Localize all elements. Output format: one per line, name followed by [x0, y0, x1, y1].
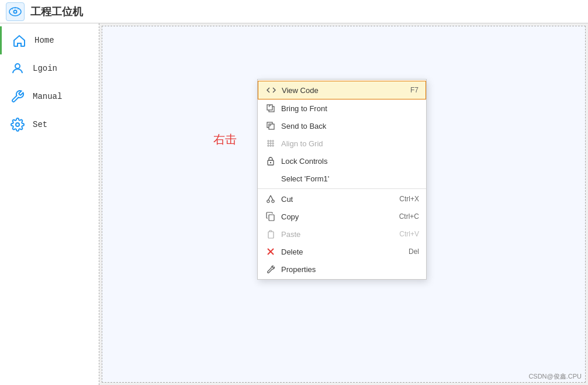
lock-controls-label: Lock Controls: [281, 157, 414, 166]
menu-item-cut[interactable]: Cut Ctrl+X: [258, 190, 426, 208]
svg-point-21: [272, 200, 274, 202]
properties-label: Properties: [281, 265, 414, 274]
content-area: 右击 View Code F7: [102, 26, 586, 383]
copy-icon: [265, 211, 276, 222]
menu-item-align-to-grid: Align to Grid: [258, 135, 426, 152]
home-icon: [11, 32, 27, 49]
sidebar-item-set[interactable]: Set: [0, 111, 99, 139]
svg-point-2: [15, 11, 16, 12]
top-bar: 工程工位机: [0, 0, 588, 23]
menu-item-properties[interactable]: Properties: [258, 260, 426, 278]
send-back-icon: [265, 120, 276, 132]
app-title: 工程工位机: [30, 5, 83, 19]
sidebar-label-login: Lgoin: [33, 64, 57, 73]
gear-icon: [9, 116, 26, 133]
right-click-label: 右击: [213, 132, 237, 147]
menu-item-view-code[interactable]: View Code F7: [258, 81, 426, 99]
sidebar-item-home[interactable]: Home: [0, 26, 99, 54]
sidebar: Home Lgoin Manual: [0, 23, 99, 385]
cut-icon: [265, 193, 276, 205]
sidebar-label-manual: Manual: [33, 92, 62, 101]
properties-icon: [265, 263, 276, 275]
svg-point-6: [15, 64, 20, 68]
code-icon: [265, 84, 277, 96]
bring-to-front-label: Bring to Front: [281, 104, 414, 113]
menu-item-copy[interactable]: Copy Ctrl+C: [258, 208, 426, 225]
select-form-icon: [265, 173, 276, 184]
delete-label: Delete: [281, 248, 404, 256]
svg-rect-11: [269, 124, 274, 129]
bring-front-icon: [265, 102, 276, 114]
svg-point-19: [270, 162, 271, 163]
cut-label: Cut: [281, 195, 395, 204]
copy-label: Copy: [281, 212, 395, 221]
send-to-back-label: Send to Back: [281, 122, 414, 130]
main-layout: Home Lgoin Manual: [0, 23, 588, 385]
view-code-shortcut: F7: [410, 86, 418, 94]
sidebar-label-home: Home: [34, 36, 54, 45]
align-to-grid-label: Align to Grid: [281, 139, 414, 148]
sidebar-label-set: Set: [33, 120, 47, 129]
paste-label: Paste: [281, 230, 395, 239]
paste-shortcut: Ctrl+V: [399, 230, 419, 238]
paste-icon: [265, 228, 276, 240]
cut-shortcut: Ctrl+X: [399, 195, 419, 203]
delete-icon: [265, 246, 276, 257]
menu-item-send-to-back[interactable]: Send to Back: [258, 117, 426, 135]
menu-item-delete[interactable]: Delete Del: [258, 243, 426, 260]
context-menu: View Code F7 Bring to Front: [257, 79, 427, 280]
view-code-label: View Code: [282, 86, 406, 95]
menu-separator-1: [258, 188, 426, 189]
align-icon: [265, 138, 276, 149]
sidebar-item-manual[interactable]: Manual: [0, 82, 99, 111]
app-icon: [6, 2, 25, 21]
menu-item-select-form1[interactable]: Select 'Form1': [258, 170, 426, 187]
menu-item-paste: Paste Ctrl+V: [258, 225, 426, 243]
svg-point-7: [16, 123, 19, 126]
sidebar-item-login[interactable]: Lgoin: [0, 54, 99, 82]
copy-shortcut: Ctrl+C: [399, 212, 419, 221]
wrench-icon: [9, 88, 26, 105]
menu-item-bring-to-front[interactable]: Bring to Front: [258, 99, 426, 117]
lock-icon: [265, 155, 276, 167]
select-form1-label: Select 'Form1': [281, 174, 414, 183]
svg-rect-24: [269, 215, 274, 221]
svg-point-20: [267, 200, 269, 202]
svg-rect-25: [268, 232, 274, 238]
delete-shortcut: Del: [409, 248, 419, 256]
user-icon: [9, 60, 26, 77]
menu-item-lock-controls[interactable]: Lock Controls: [258, 152, 426, 170]
watermark: CSDN@俊鑫.CPU: [528, 372, 582, 381]
svg-line-23: [271, 195, 273, 200]
svg-line-22: [268, 195, 271, 200]
